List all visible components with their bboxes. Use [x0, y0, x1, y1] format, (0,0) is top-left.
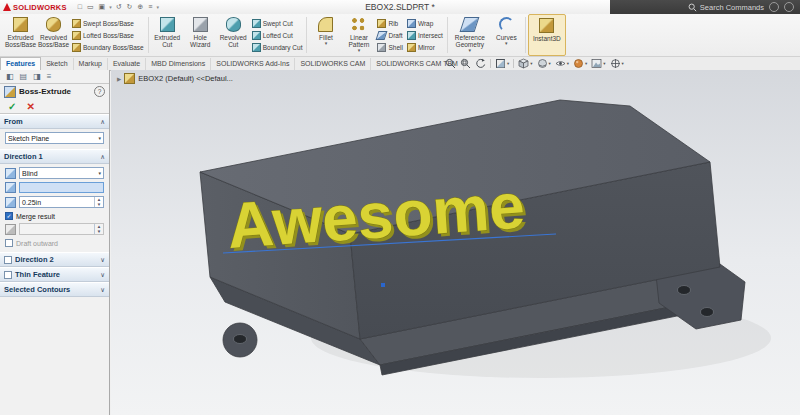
pm-tab-configuration-icon[interactable]: ▤: [20, 72, 28, 81]
tab-evaluate[interactable]: Evaluate: [108, 58, 146, 70]
ribbon-button-revolved-boss-base[interactable]: Revolved Boss/Base: [37, 14, 70, 56]
display-style-button[interactable]: ▾: [537, 58, 551, 69]
revolved-boss-icon: [46, 17, 61, 32]
pm-action-row: ✓ ✕: [0, 99, 109, 114]
ribbon-button-swept-cut[interactable]: Swept Cut: [252, 18, 303, 29]
ribbon-button-revolved-cut[interactable]: Revolved Cut: [217, 14, 250, 56]
ribbon-button-hole-wizard[interactable]: Hole Wizard: [184, 14, 217, 56]
ribbon-button-draft[interactable]: Draft: [377, 30, 402, 41]
ribbon-button-reference-geometry[interactable]: Reference Geometry ▾: [450, 14, 490, 56]
group-header-direction2[interactable]: Direction 2 ∨: [0, 252, 109, 267]
ribbon-button-wrap[interactable]: Wrap: [407, 18, 443, 29]
direction2-checkbox[interactable]: [4, 256, 12, 264]
spin-down-icon[interactable]: ▼: [97, 229, 101, 234]
mounting-hole-right-1: [678, 286, 691, 295]
zoom-area-button[interactable]: [460, 58, 471, 69]
cancel-button[interactable]: ✕: [26, 101, 34, 112]
previous-view-button[interactable]: [475, 58, 486, 69]
depth-spinner[interactable]: ▲ ▼: [94, 197, 103, 207]
ribbon-group-boss: Extruded Boss/Base Revolved Boss/Base Sw…: [4, 14, 146, 56]
draft-outward-checkbox[interactable]: [5, 239, 13, 247]
draft-angle-input[interactable]: ▲ ▼: [19, 223, 104, 235]
draft-outward-row: Draft outward: [5, 239, 104, 247]
swept-cut-icon: [252, 19, 261, 28]
curves-caret-icon: ▾: [505, 41, 508, 46]
ribbon-button-instant3d[interactable]: Instant3D: [528, 14, 566, 56]
ribbon-button-boundary-cut[interactable]: Boundary Cut: [252, 42, 303, 53]
ribbon-separator: [306, 17, 307, 53]
view-settings-button[interactable]: ▾: [610, 58, 624, 69]
hole-wizard-icon: [193, 17, 208, 32]
linear-pattern-caret-icon: ▾: [358, 48, 361, 53]
ribbon-button-lofted-cut[interactable]: Lofted Cut: [252, 30, 303, 41]
direction-selection-field[interactable]: [19, 182, 104, 193]
hud-separator: [513, 59, 514, 68]
ribbon-button-boundary-boss-base[interactable]: Boundary Boss/Base: [72, 42, 144, 53]
ribbon-group-cut: Extruded Cut Hole Wizard Revolved Cut Sw…: [151, 14, 305, 56]
user-account-icon[interactable]: [784, 2, 794, 12]
reverse-direction-icon[interactable]: [5, 168, 16, 179]
ribbon-button-intersect[interactable]: Intersect: [407, 30, 443, 41]
tab-features[interactable]: Features: [0, 57, 41, 70]
view-orientation-button[interactable]: ▾: [518, 58, 532, 69]
help-icon[interactable]: [769, 2, 779, 12]
depth-input[interactable]: 0.25in ▲ ▼: [19, 196, 104, 208]
pm-tab-dimxpert-icon[interactable]: ◨: [33, 72, 41, 81]
tab-markup[interactable]: Markup: [74, 58, 108, 70]
tab-solidworks-cam[interactable]: SOLIDWORKS CAM: [295, 58, 371, 70]
tab-mbd-dimensions[interactable]: MBD Dimensions: [146, 58, 211, 70]
ribbon-button-swept-boss-base[interactable]: Swept Boss/Base: [72, 18, 144, 29]
ribbon-button-extruded-boss-base[interactable]: Extruded Boss/Base: [4, 14, 37, 56]
start-condition-dropdown[interactable]: Sketch Plane ▾: [5, 132, 104, 144]
apply-scene-button[interactable]: ▾: [591, 58, 605, 69]
scene-icon: [591, 58, 602, 69]
edit-appearance-button[interactable]: ▾: [573, 58, 587, 69]
instant3d-icon: [539, 18, 554, 33]
merge-result-checkbox[interactable]: ✓: [5, 212, 13, 220]
section-view-icon: [495, 58, 506, 69]
ribbon-button-mirror[interactable]: Mirror: [407, 42, 443, 53]
ribbon-button-fillet[interactable]: Fillet ▾: [309, 14, 342, 56]
mirror-icon: [407, 43, 416, 52]
thin-feature-checkbox[interactable]: [4, 271, 12, 279]
spin-down-icon[interactable]: ▼: [97, 202, 101, 207]
breadcrumb-text[interactable]: EBOX2 (Default) <<Defaul...: [138, 74, 233, 83]
graphics-viewport[interactable]: Awesome Awesome ▶ EBOX2 (Default) <<Defa…: [111, 70, 800, 415]
tab-sketch[interactable]: Sketch: [41, 58, 73, 70]
group-header-from[interactable]: From ∧: [0, 114, 109, 129]
feature-tree-expand-icon[interactable]: ▶: [117, 76, 121, 82]
ribbon-button-rib[interactable]: Rib: [377, 18, 402, 29]
boundary-cut-icon: [252, 43, 261, 52]
group-header-thin-feature[interactable]: Thin Feature ∨: [0, 267, 109, 282]
pm-tab-propertymanager-icon[interactable]: ◧: [6, 72, 14, 81]
sketch-point[interactable]: [381, 283, 385, 287]
zoom-fit-button[interactable]: [445, 58, 456, 69]
search-commands-box[interactable]: Search Commands: [688, 3, 764, 12]
ribbon-group-features: Fillet ▾ Linear Pattern ▾ Rib Draft Shel…: [309, 14, 444, 56]
merge-result-row: ✓ Merge result: [5, 212, 104, 220]
ribbon-separator: [148, 17, 149, 53]
ribbon-button-curves[interactable]: Curves ▾: [490, 14, 523, 56]
ribbon-button-shell[interactable]: Shell: [377, 42, 402, 53]
zoom-area-icon: [460, 58, 471, 69]
section-view-caret-icon: ▾: [507, 61, 509, 66]
end-condition-dropdown[interactable]: Blind ▾: [19, 167, 104, 179]
breadcrumb[interactable]: ▶ EBOX2 (Default) <<Defaul...: [117, 73, 233, 84]
search-placeholder[interactable]: Search Commands: [700, 3, 764, 12]
ribbon-button-lofted-boss-base[interactable]: Lofted Boss/Base: [72, 30, 144, 41]
ok-button[interactable]: ✓: [8, 101, 16, 112]
ribbon-button-extruded-cut[interactable]: Extruded Cut: [151, 14, 184, 56]
group-header-selected-contours[interactable]: Selected Contours ∨: [0, 282, 109, 297]
lofted-cut-icon: [252, 31, 261, 40]
ribbon-button-linear-pattern[interactable]: Linear Pattern ▾: [342, 14, 375, 56]
draft-angle-spinner[interactable]: ▲ ▼: [94, 224, 103, 234]
group-header-direction1[interactable]: Direction 1 ∧: [0, 149, 109, 164]
ribbon-stack-feature-small-2: Wrap Intersect Mirror: [405, 14, 445, 56]
hide-show-items-button[interactable]: ▾: [555, 58, 569, 69]
ribbon-stack-boss-small: Swept Boss/Base Lofted Boss/Base Boundar…: [70, 14, 146, 56]
pm-tab-display-icon[interactable]: ≡: [47, 72, 52, 81]
section-view-button[interactable]: ▾: [495, 58, 509, 69]
help-button[interactable]: ?: [94, 86, 105, 97]
tab-solidworks-add-ins[interactable]: SOLIDWORKS Add-Ins: [211, 58, 295, 70]
depth-icon: [5, 197, 16, 208]
